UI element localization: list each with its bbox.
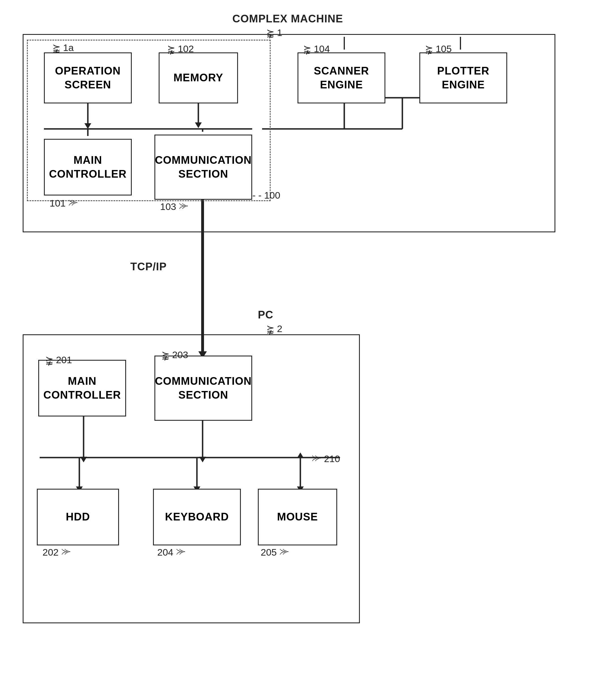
pc-comm-section-label: COMMUNICATIONSECTION	[155, 374, 252, 402]
ref-201: ⪺ 201	[45, 354, 72, 365]
hdd-label: HDD	[66, 510, 90, 524]
pc-main-controller-label: MAINCONTROLLER	[43, 374, 121, 402]
memory-box: MEMORY	[159, 52, 238, 103]
ref-203: ⪺ 203	[162, 349, 188, 360]
ref-204: 204 ⪼	[157, 547, 185, 558]
mouse-label: MOUSE	[277, 510, 318, 524]
main-controller-top-label: MAINCONTROLLER	[49, 153, 127, 181]
pc-comm-section-box: COMMUNICATIONSECTION	[155, 355, 252, 421]
mouse-box: MOUSE	[258, 489, 337, 545]
scanner-engine-box: SCANNERENGINE	[297, 52, 385, 103]
ref-205: 205 ⪼	[261, 547, 289, 558]
ref-1a: ⪺ 1a	[52, 42, 74, 53]
tcpip-label: TCP/IP	[130, 261, 167, 273]
plotter-engine-label: PLOTTERENGINE	[437, 64, 489, 92]
hdd-box: HDD	[37, 489, 119, 545]
pc-main-controller-box: MAINCONTROLLER	[38, 360, 126, 416]
main-controller-top-box: MAINCONTROLLER	[44, 139, 132, 195]
ref-101: 101 ⪼	[50, 198, 78, 209]
memory-label: MEMORY	[173, 71, 223, 85]
keyboard-label: KEYBOARD	[165, 510, 229, 524]
ref-2: ⪺ 2	[266, 323, 282, 334]
complex-machine-label: COMPLEX MACHINE	[232, 13, 343, 25]
operation-screen-label: OPERATIONSCREEN	[55, 64, 121, 92]
ref-104: ⪺ 104	[303, 43, 330, 54]
diagram: COMPLEX MACHINE ⪺ 1 ⪺ 1a - - - 100 OPERA…	[0, 0, 616, 676]
comm-section-top-box: COMMUNICATIONSECTION	[155, 134, 252, 200]
keyboard-box: KEYBOARD	[153, 489, 241, 545]
ref-1: ⪺ 1	[266, 27, 282, 38]
scanner-engine-label: SCANNERENGINE	[314, 64, 369, 92]
ref-202: 202 ⪼	[43, 547, 71, 558]
plotter-engine-box: PLOTTERENGINE	[419, 52, 507, 103]
ref-103: 103 ⪼	[160, 201, 188, 212]
ref-210: ⪼ 210	[312, 453, 340, 464]
pc-label: PC	[258, 309, 273, 321]
operation-screen-box: OPERATIONSCREEN	[44, 52, 132, 103]
ref-105: ⪺ 105	[425, 43, 452, 54]
ref-102: ⪺ 102	[167, 43, 194, 54]
comm-section-top-label: COMMUNICATIONSECTION	[155, 153, 252, 181]
